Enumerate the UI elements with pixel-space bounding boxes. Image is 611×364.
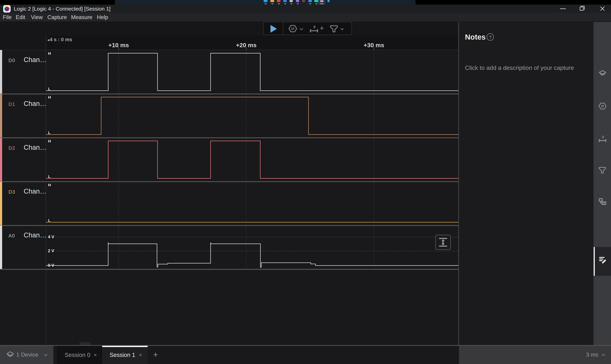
channel-color-stripe <box>0 50 2 94</box>
restore-icon <box>580 7 584 11</box>
tab-session-1[interactable]: Session 1 × <box>102 346 148 364</box>
menu-bar: FileEditViewCaptureMeasureHelp <box>0 13 611 22</box>
channel-name[interactable]: Chan… <box>24 144 47 151</box>
minimize-button[interactable] <box>554 5 572 13</box>
channel-row-d1[interactable]: D1Chan…HL <box>0 94 458 138</box>
taskbar-app-icon[interactable] <box>277 0 280 2</box>
extensions-grid-icon[interactable] <box>598 197 607 206</box>
channel-row-d3[interactable]: D3Chan…HL <box>0 182 458 225</box>
taskbar-app-icon[interactable] <box>308 0 312 2</box>
app-logo-pupil <box>6 8 7 9</box>
channel-row-d0[interactable]: D0Chan…HL <box>0 50 458 94</box>
notes-placeholder[interactable]: Click to add a description of your captu… <box>465 64 574 71</box>
play-icon <box>271 25 277 33</box>
analyzers-chevron-down-icon[interactable] <box>300 27 303 30</box>
waveform-d1[interactable]: HL <box>46 94 458 138</box>
waveform-trace <box>46 94 458 138</box>
window-title: Logic 2 [Logic 4 - Connected] [Session 1… <box>14 6 110 12</box>
device-layers-icon <box>6 351 14 359</box>
close-button[interactable] <box>593 5 611 13</box>
menu-item-capture[interactable]: Capture <box>47 14 67 21</box>
channel-color-stripe <box>0 225 2 269</box>
restore-button[interactable] <box>573 5 591 13</box>
taskbar-running-dot <box>278 3 280 4</box>
os-taskbar-sliver <box>0 0 611 5</box>
notes-pencil-icon[interactable] <box>598 255 607 264</box>
taskbar-app-icon[interactable] <box>283 0 287 2</box>
trigger-chevron-down-icon[interactable] <box>340 27 344 30</box>
tab-label: Session 0 <box>65 352 90 358</box>
channel-id: A0 <box>9 233 15 239</box>
os-taskbar-strip <box>115 0 416 5</box>
horizontal-scrollbar-thumb[interactable] <box>79 342 91 345</box>
taskbar-active-app-icon <box>320 0 323 2</box>
channel-row-d2[interactable]: D2Chan…HL <box>0 138 458 182</box>
ruler-absolute-time: ◂4 s : 0 ms <box>47 37 72 42</box>
trigger-funnel-icon[interactable] <box>598 166 607 175</box>
analyzers-hexagon-icon[interactable]: 1F <box>288 25 297 33</box>
measurements-bracket-icon[interactable]: 3 <box>598 134 607 143</box>
lane-separator <box>0 269 458 270</box>
help-icon[interactable]: ? <box>487 33 494 41</box>
channel-id: D3 <box>9 189 15 195</box>
taskbar-running-dot <box>315 3 317 4</box>
fit-vertical-icon <box>436 235 450 249</box>
measurements-bracket-icon[interactable]: 3 <box>309 24 319 34</box>
taskbar-app-icon[interactable] <box>327 0 330 2</box>
start-capture-button[interactable] <box>263 22 283 35</box>
minimize-icon <box>560 9 566 9</box>
device-label: 1 Device <box>16 351 38 358</box>
taskbar-app-icon[interactable] <box>290 0 293 2</box>
app-logo-icon <box>3 5 11 13</box>
tab-close-icon[interactable]: × <box>94 352 97 358</box>
channel-name[interactable]: Chan… <box>24 231 47 239</box>
taskbar-app-icon[interactable] <box>296 0 299 2</box>
menu-item-measure[interactable]: Measure <box>71 14 92 21</box>
active-panel-indicator <box>594 247 595 276</box>
svg-text:1F: 1F <box>601 104 604 108</box>
waveform-d0[interactable]: HL <box>46 50 458 94</box>
zoom-chevron-up-icon[interactable] <box>602 354 605 357</box>
waveform-a0[interactable]: 4 V2 V0 V <box>46 225 458 269</box>
notes-panel: Notes ? Click to add a description of yo… <box>459 22 593 345</box>
channel-color-stripe <box>0 138 2 182</box>
ruler-corner <box>0 35 46 50</box>
menu-item-file[interactable]: File <box>3 14 12 21</box>
new-session-button[interactable]: + <box>151 349 160 360</box>
taskbar-running-dot <box>309 3 311 4</box>
waveform-d3[interactable]: HL <box>46 182 458 225</box>
menu-item-edit[interactable]: Edit <box>16 14 25 21</box>
zoom-level[interactable]: 3 ms <box>586 351 598 358</box>
menu-item-help[interactable]: Help <box>97 14 108 21</box>
channel-id: D1 <box>9 102 15 107</box>
tab-session-0[interactable]: Session 0 × <box>57 346 102 364</box>
taskbar-app-icon[interactable] <box>270 0 274 2</box>
timeline-ruler[interactable]: ◂4 s : 0 ms +10 ms+20 ms+30 ms <box>46 35 458 50</box>
ruler-tick-mark <box>118 47 119 50</box>
ruler-tick-mark <box>374 47 374 50</box>
ruler-tick-mark <box>246 47 247 50</box>
taskbar-active-app-slot[interactable] <box>318 0 325 5</box>
taskbar-running-dot <box>284 3 286 4</box>
taskbar-app-icon[interactable] <box>264 0 268 2</box>
svg-text:3: 3 <box>313 25 315 29</box>
waveform-d2[interactable]: HL <box>46 138 458 182</box>
waveform-trace <box>46 138 458 182</box>
device-selector[interactable]: 1 Device <box>0 346 53 364</box>
add-measurement-button[interactable]: + <box>320 24 324 33</box>
menu-item-view[interactable]: View <box>31 14 43 21</box>
fit-vertical-scale-button[interactable] <box>435 235 451 250</box>
taskbar-running-dot <box>271 3 273 4</box>
channel-row-a0[interactable]: A0Chan…4 V2 V0 V <box>0 225 458 269</box>
channel-name[interactable]: Chan… <box>24 188 47 195</box>
analyzers-hexagon-icon[interactable]: 1F <box>598 102 607 111</box>
svg-text:1F: 1F <box>291 27 295 31</box>
channel-name[interactable]: Chan… <box>24 56 47 64</box>
devices-layers-icon[interactable] <box>598 69 607 78</box>
title-bar: Logic 2 [Logic 4 - Connected] [Session 1… <box>0 5 611 13</box>
tab-close-icon[interactable]: × <box>139 352 142 358</box>
taskbar-app-icon[interactable] <box>302 0 305 2</box>
channel-name[interactable]: Chan… <box>24 100 47 107</box>
close-icon <box>600 6 605 11</box>
trigger-funnel-icon[interactable] <box>330 25 338 33</box>
